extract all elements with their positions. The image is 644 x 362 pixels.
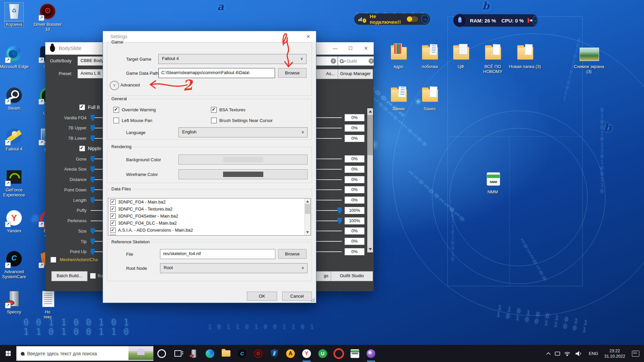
desktop-icon-lobochki[interactable]: лобочки [413,45,446,69]
ok-button[interactable]: OK [247,292,277,301]
desktop-icon-advanced-systemcare[interactable]: ↗ Advanced SystemCare [0,250,31,279]
left-mouse-pan-checkbox[interactable]: Left Mouse Pan [113,118,152,123]
target-game-dropdown[interactable]: Fallout 4∨ [158,54,307,64]
scroll-up-icon[interactable] [369,110,372,113]
expand-arrow-icon[interactable]: → [532,16,538,25]
tray-icons[interactable] [544,350,583,357]
slider-handle[interactable] [91,249,95,255]
clear-search-icon[interactable]: ✕ [369,58,374,64]
desktop-icon-speccy[interactable]: ↗ Speccy [0,290,31,314]
slider-handle[interactable] [337,207,342,214]
build-morphs-checkbox[interactable] [90,273,96,279]
data-file-checkbox[interactable] [110,199,116,205]
data-file-item[interactable]: 3DNPC_FO4 - Main.ba2 [108,198,311,205]
desktop-icon-yandex[interactable]: Y↗ Yandex [0,209,31,233]
screen-record-icon[interactable] [528,18,529,23]
data-files-list[interactable]: 3DNPC_FO4 - Main.ba2 3DNPC_FO4 - Texture… [108,198,311,236]
bsa-textures-checkbox[interactable]: BSA Textures [211,107,246,113]
data-file-item[interactable]: 3DNPC_FO4_DLC - Main.ba2 [108,220,311,227]
slider-handle[interactable] [91,197,95,203]
slider-handle[interactable] [91,125,95,131]
slider-value-box[interactable]: 0% [344,155,365,163]
file-explorer-icon[interactable] [218,345,234,362]
desktop-icon-edge[interactable]: ↗ Microsoft Edge [0,45,31,69]
skeleton-file-input[interactable]: res/skeleton_fo4.nif [160,249,275,259]
taskbar-bodyslide-icon[interactable] [363,345,379,362]
browse-skeleton-button[interactable]: Browse [278,249,307,259]
scroll-up-icon[interactable] [306,200,309,202]
slider-handle[interactable] [91,166,95,173]
data-file-item[interactable]: A.S.I.A. - AEG Conversions - Main.ba2 [108,227,311,234]
desktop-icon-driver-booster[interactable]: ↗ Driver Booster 10 [31,3,64,32]
start-button[interactable] [0,345,16,362]
slider-value-box[interactable]: 0% [344,114,365,121]
game-data-path-input[interactable]: C:\Steam\steamapps\common\Fallout 4\Data… [158,68,275,78]
slider-handle[interactable] [91,238,95,245]
slider-handle[interactable] [91,177,95,183]
desktop-icon-ziiii[interactable]: Зииии [382,87,415,111]
language-indicator[interactable]: ENG [589,351,598,356]
slider-value-box[interactable]: 0% [344,124,365,132]
slider-handle[interactable] [337,218,342,224]
data-file-checkbox[interactable] [110,228,116,233]
resize-grip[interactable] [311,298,315,302]
taskbar-orange-a-icon[interactable]: A [282,345,299,362]
slider-value-box[interactable]: 0% [344,135,365,142]
slider-value-box[interactable]: 100% [344,217,365,225]
cancel-button[interactable]: Cancel [282,292,312,301]
taskbar-yandex-icon[interactable]: Y [299,345,315,362]
expand-arrow-icon[interactable]: → [421,15,429,23]
taskbar-green-u-icon[interactable]: U [315,345,331,362]
connection-toggle[interactable] [407,16,418,22]
taskbar-shield-icon[interactable] [266,345,282,362]
desktop-icon-recycle-bin[interactable]: Корзина [0,3,31,27]
override-warning-checkbox[interactable]: Override Warning [113,107,156,113]
search-options-chevron-icon[interactable]: ▾ [344,60,345,63]
slider-value-box[interactable]: 0% [344,166,365,173]
notification-center-icon[interactable] [632,351,639,357]
data-file-item-partial[interactable] [108,234,311,236]
rocket-boost-icon[interactable] [453,14,467,27]
desktop-icon-text-doc[interactable]: Но текс [31,290,64,319]
slider-scrollbar[interactable] [367,108,373,252]
clear-search-icon[interactable]: ✕ [331,58,336,64]
desktop-icon-screenshot-3[interactable]: Снимок экрана (3) [572,45,606,74]
desktop-icon-fallout4[interactable]: ↗ Fallout 4 [0,127,31,152]
taskbar-clock[interactable]: 23:22 31.10.2022 [604,348,625,359]
taskbar-search-box[interactable]: Введите здесь текст для поиска [16,346,154,361]
nipple-checkbox[interactable] [79,145,85,152]
taskbar-advanced-systemcare-icon[interactable]: C [234,345,250,362]
taskbar-nmm-icon[interactable]: NMM [347,345,363,362]
browse-game-path-button[interactable]: Browse [278,68,307,78]
bing-daily-image[interactable] [128,346,153,360]
desktop-icon-nmm[interactable]: NMM [476,170,509,194]
slider-value-box[interactable]: 0% [344,176,365,183]
desktop-icon-geforce[interactable]: ↗ GeForce Experience [0,168,31,197]
slider-handle[interactable] [91,115,95,121]
slider-handle[interactable] [91,135,95,142]
build-path-checkbox[interactable] [50,257,56,263]
slider-value-box[interactable]: 0% [344,196,365,204]
scroll-thumb[interactable] [367,115,373,155]
desktop-icon-vse-po-novomu[interactable]: ВСЁ ПО НОВОМУ [476,45,509,74]
close-button[interactable]: ✕ [358,42,374,54]
data-file-checkbox[interactable] [110,214,116,219]
task-view-icon[interactable] [170,345,186,362]
brush-settings-checkbox[interactable]: Brush Settings Near Cursor [211,118,273,123]
taskbar-driver-booster-icon[interactable]: ⚙ [250,345,266,362]
advanced-label[interactable]: Advanced [120,82,140,87]
slider-handle[interactable] [91,156,95,162]
scroll-thumb[interactable] [305,204,310,214]
slider-value-box[interactable]: 0% [344,238,365,245]
close-icon[interactable]: ✕ [303,33,314,41]
group-manager-button[interactable]: Group Manager [338,69,373,79]
slider-value-box[interactable]: 100% [344,207,365,214]
data-file-item[interactable]: 3DNPC_FO4 - Textures.ba2 [108,205,311,213]
full-body-checkbox[interactable] [79,104,85,110]
minimize-button[interactable]: — [327,42,343,54]
slider-value-box[interactable]: 0% [344,227,365,235]
outfit-studio-button[interactable]: Outfit Studio [331,271,373,281]
data-file-checkbox[interactable] [110,206,116,212]
outfit-search-field[interactable]: ▾ Outfit ✕ [338,56,374,66]
data-file-checkbox[interactable] [110,221,116,226]
